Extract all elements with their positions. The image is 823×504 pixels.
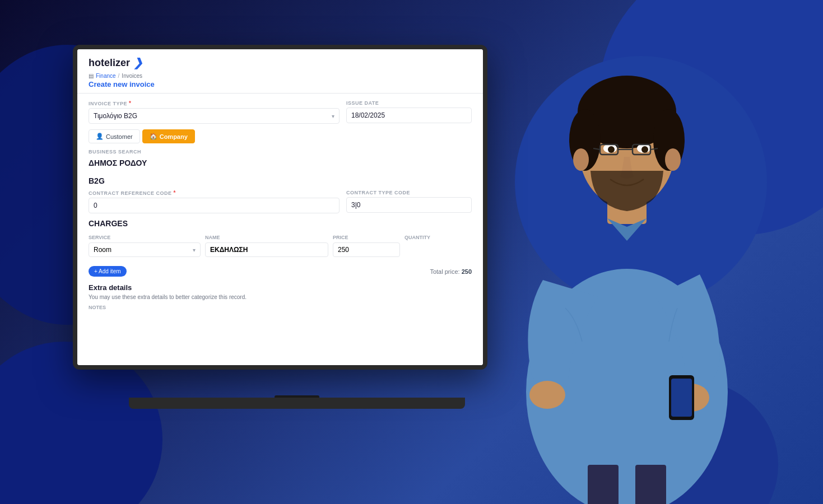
svg-point-7 — [665, 148, 681, 171]
page-title: Create new invoice — [89, 80, 472, 88]
business-search-value: ΔΗΜΟΣ ΡΟΔΟΥ — [89, 156, 472, 170]
customer-tab-label: Customer — [106, 133, 133, 140]
invoice-type-value: Τιμολόγιο Β2G — [94, 112, 137, 120]
invoice-type-required: * — [129, 100, 131, 106]
business-search-section: BUSINESS SEARCH ΔΗΜΟΣ ΡΟΔΟΥ — [89, 149, 472, 170]
add-item-label: + Add item — [94, 268, 121, 274]
logo-icon: ❯ — [133, 56, 143, 69]
company-tab-label: Company — [160, 133, 188, 140]
app-header: hotelizer ❯ ▤ Finance / Invoices Create … — [77, 49, 483, 94]
charges-title: CHARGES — [89, 219, 472, 228]
notes-label: NOTES — [89, 305, 472, 310]
app-ui: hotelizer ❯ ▤ Finance / Invoices Create … — [77, 49, 483, 365]
issue-date-value[interactable]: 18/02/2025 — [346, 108, 472, 123]
app-content: INVOICE TYPE * Τιμολόγιο Β2G ▾ ISSUE DAT… — [77, 94, 483, 370]
extra-details-title: Extra details — [89, 283, 472, 292]
svg-point-10 — [608, 146, 615, 153]
name-input[interactable]: ΕΚΔΗΛΩΣΗ — [205, 242, 328, 257]
extra-details-section: Extra details You may use these extra de… — [89, 283, 472, 310]
svg-rect-22 — [635, 465, 666, 504]
laptop-container: hotelizer ❯ ▤ Finance / Invoices Create … — [73, 45, 521, 409]
service-select[interactable]: Room ▾ — [89, 242, 201, 257]
charges-section: CHARGES SERVICE NAME PRICE QUANTITY Room… — [89, 219, 472, 277]
business-search-label: BUSINESS SEARCH — [89, 149, 472, 155]
svg-rect-21 — [588, 465, 619, 504]
extra-details-desc: You may use these extra details to bette… — [89, 294, 472, 300]
breadcrumb-finance[interactable]: Finance — [96, 73, 116, 79]
charges-table-header: SERVICE NAME PRICE QUANTITY — [89, 232, 472, 242]
issue-date-field: ISSUE DATE 18/02/2025 — [346, 100, 472, 124]
b2g-section: B2G CONTRACT REFERENCE CODE * 0 — [89, 176, 472, 213]
svg-point-11 — [641, 146, 648, 153]
price-col-header: PRICE — [333, 235, 400, 240]
breadcrumb-invoices[interactable]: Invoices — [122, 73, 142, 79]
service-value: Room — [94, 246, 111, 254]
invoice-type-field: INVOICE TYPE * Τιμολόγιο Β2G ▾ — [89, 100, 340, 124]
service-col-header: SERVICE — [89, 235, 201, 240]
laptop-base — [129, 398, 465, 409]
chevron-down-icon: ▾ — [332, 113, 334, 119]
name-value: ΕΚΔΗΛΩΣΗ — [210, 246, 248, 254]
contract-type-value[interactable]: 3|0 — [346, 197, 472, 213]
laptop-screen: hotelizer ❯ ▤ Finance / Invoices Create … — [73, 45, 487, 370]
svg-point-17 — [529, 381, 565, 409]
customer-tabs: 👤 Customer 🏠 Company — [89, 129, 472, 143]
price-input[interactable]: 250 — [333, 242, 400, 257]
app-logo: hotelizer ❯ — [89, 56, 472, 69]
person-figure — [464, 28, 789, 504]
invoice-type-label: INVOICE TYPE * — [89, 100, 340, 106]
quantity-col-header: QUANTITY — [404, 235, 461, 240]
breadcrumb-sep: / — [118, 73, 120, 79]
name-col-header: NAME — [205, 235, 328, 240]
issue-date-label: ISSUE DATE — [346, 100, 472, 106]
contract-type-label: CONTRACT TYPE CODE — [346, 190, 472, 195]
price-value: 250 — [338, 246, 349, 254]
add-item-button[interactable]: + Add item — [89, 266, 127, 277]
contract-ref-field: CONTRACT REFERENCE CODE * 0 — [89, 190, 340, 213]
breadcrumb-finance-icon: ▤ — [89, 73, 94, 79]
contract-type-field: CONTRACT TYPE CODE 3|0 — [346, 190, 472, 213]
svg-point-6 — [573, 148, 589, 171]
company-tab-icon: 🏠 — [150, 133, 157, 140]
svg-rect-20 — [671, 379, 692, 417]
b2g-title: B2G — [89, 176, 472, 185]
contract-ref-value[interactable]: 0 — [89, 198, 340, 213]
b2g-fields-row: CONTRACT REFERENCE CODE * 0 CONTRACT TYP… — [89, 190, 472, 213]
service-chevron-icon: ▾ — [193, 247, 196, 253]
breadcrumb: ▤ Finance / Invoices — [89, 73, 472, 79]
contract-ref-label: CONTRACT REFERENCE CODE * — [89, 190, 340, 196]
invoice-type-select[interactable]: Τιμολόγιο Β2G ▾ — [89, 108, 340, 124]
customer-tab-icon: 👤 — [96, 133, 104, 140]
invoice-type-row: INVOICE TYPE * Τιμολόγιο Β2G ▾ ISSUE DAT… — [89, 100, 472, 124]
tab-customer[interactable]: 👤 Customer — [89, 129, 140, 143]
logo-text: hotelizer — [89, 57, 130, 69]
charges-row: Room ▾ ΕΚΔΗΛΩΣΗ 250 — [89, 242, 472, 257]
tab-company[interactable]: 🏠 Company — [142, 129, 195, 143]
